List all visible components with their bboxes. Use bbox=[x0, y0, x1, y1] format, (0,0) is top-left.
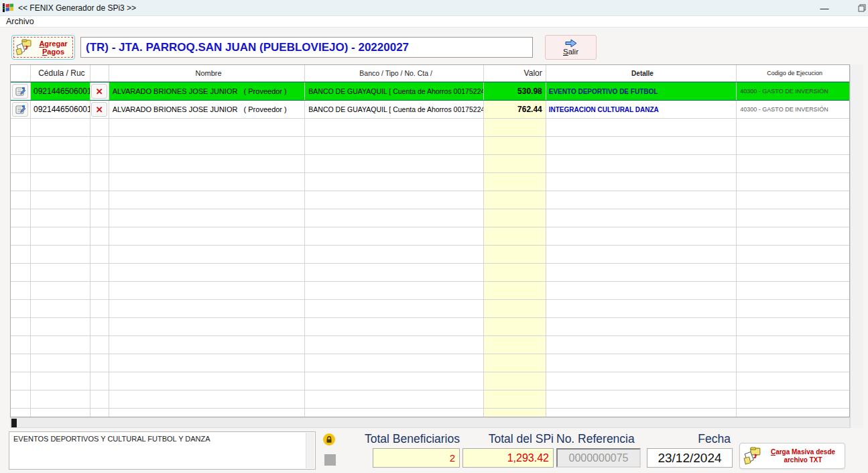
empty-table-row[interactable] bbox=[11, 300, 849, 318]
empty-table-row[interactable] bbox=[11, 264, 849, 282]
edit-row-button[interactable] bbox=[12, 102, 28, 117]
empty-table-row[interactable] bbox=[11, 173, 849, 191]
cell-nombre: ALVARADO BRIONES JOSE JUNIOR ( Proveedor… bbox=[109, 83, 306, 100]
table-row[interactable]: 0921446506001 ✕ ALVARADO BRIONES JOSE JU… bbox=[11, 101, 849, 119]
fecha-label: Fecha bbox=[645, 432, 731, 446]
cell-codigo: 40300 - GASTO DE INVERSIÓN bbox=[737, 83, 849, 100]
cell-valor: 762.44 bbox=[484, 101, 546, 118]
restore-icon bbox=[858, 4, 866, 12]
table-body: 0921446506001 ✕ ALVARADO BRIONES JOSE JU… bbox=[11, 82, 849, 417]
header-detalle: Detalle bbox=[546, 65, 737, 81]
agregar-pagos-button[interactable]: Agregar Pagos bbox=[11, 35, 75, 60]
empty-table-row[interactable] bbox=[11, 119, 849, 137]
carga-masiva-folders-icon bbox=[743, 447, 761, 466]
table-header-row: Cédula / Ruc Nombre Banco / Tipo / No. C… bbox=[11, 65, 849, 82]
menu-archivo[interactable]: Archivo bbox=[2, 17, 38, 26]
descripcion-scrollbar[interactable] bbox=[306, 433, 314, 468]
empty-table-row[interactable] bbox=[11, 155, 849, 173]
empty-table-row[interactable] bbox=[11, 209, 849, 227]
payments-table: Cédula / Ruc Nombre Banco / Tipo / No. C… bbox=[10, 64, 850, 417]
cell-detalle: INTEGRACION CULTURAL DANZA bbox=[546, 101, 737, 118]
empty-table-row[interactable] bbox=[11, 390, 849, 409]
entity-title-field[interactable]: (TR) - JTA. PARROQ.SAN JUAN (PUEBLOVIEJO… bbox=[80, 37, 533, 58]
empty-table-row[interactable] bbox=[11, 354, 849, 372]
restore-button[interactable] bbox=[852, 0, 868, 16]
minimize-button[interactable]: — bbox=[811, 0, 838, 16]
cell-valor: 530.98 bbox=[484, 83, 546, 100]
delete-row-button[interactable]: ✕ bbox=[91, 102, 107, 117]
empty-table-row[interactable] bbox=[11, 227, 849, 246]
fenix-window: << FENIX Generador de SPi3 >> — Archivo … bbox=[0, 0, 868, 473]
lock-icon bbox=[326, 436, 332, 443]
edit-row-button[interactable] bbox=[12, 84, 28, 99]
title-bar: << FENIX Generador de SPi3 >> — bbox=[0, 0, 868, 16]
total-beneficiarios-label: Total Beneficiarios bbox=[346, 432, 460, 446]
edit-form-icon bbox=[15, 87, 25, 97]
cell-cedula: 0921446506001 bbox=[31, 101, 90, 118]
window-title: << FENIX Generador de SPi3 >> bbox=[18, 3, 136, 13]
exit-arrow-icon bbox=[564, 39, 578, 48]
empty-table-row[interactable] bbox=[11, 318, 849, 336]
empty-table-row[interactable] bbox=[11, 409, 849, 417]
cell-nombre: ALVARADO BRIONES JOSE JUNIOR ( Proveedor… bbox=[109, 101, 306, 118]
total-beneficiarios-field: 2 bbox=[373, 448, 460, 468]
header-nombre: Nombre bbox=[109, 65, 306, 81]
header-edit-col bbox=[11, 65, 31, 81]
empty-table-row[interactable] bbox=[11, 372, 849, 390]
no-referencia-field: 0000000075 bbox=[556, 448, 641, 468]
empty-table-row[interactable] bbox=[11, 246, 849, 264]
app-window-icon bbox=[3, 3, 15, 13]
cell-cedula: 0921446506001 bbox=[31, 83, 90, 100]
empty-table-row[interactable] bbox=[11, 191, 849, 209]
cell-codigo: 40300 - GASTO DE INVERSIÓN bbox=[737, 101, 849, 118]
descripcion-text: EVENTOS DEPORTIVOS Y CULTURAL FUTBOL Y D… bbox=[13, 435, 210, 443]
total-spi-field: 1,293.42 bbox=[462, 448, 554, 468]
delete-x-icon: ✕ bbox=[96, 105, 103, 114]
add-payments-folders-icon bbox=[15, 39, 32, 56]
lock-toggle[interactable] bbox=[323, 433, 335, 445]
cell-banco: BANCO DE GUAYAQUIL [ Cuenta de Ahorros 0… bbox=[305, 83, 484, 100]
salir-button[interactable]: Salir bbox=[545, 35, 597, 60]
delete-row-button[interactable]: ✕ bbox=[91, 84, 107, 99]
total-spi-label: Total del SPi bbox=[473, 432, 554, 446]
header-delete-col bbox=[90, 65, 109, 81]
no-referencia-label: No. Referencia bbox=[556, 432, 635, 446]
empty-table-row[interactable] bbox=[11, 282, 849, 300]
header-codigo: Codigo de Ejecucion bbox=[737, 65, 849, 81]
fecha-field[interactable]: 23/12/2024 bbox=[647, 448, 733, 468]
delete-x-icon: ✕ bbox=[96, 87, 103, 96]
agregar-pagos-label: Agregar Pagos bbox=[35, 40, 72, 56]
header-cedula: Cédula / Ruc bbox=[31, 65, 90, 81]
table-row[interactable]: 0921446506001 ✕ ALVARADO BRIONES JOSE JU… bbox=[11, 82, 849, 101]
carga-masiva-button[interactable]: Carga Masiva desde archivo TXT bbox=[739, 443, 845, 469]
empty-table-row[interactable] bbox=[11, 336, 849, 354]
descripcion-textarea[interactable]: EVENTOS DEPORTIVOS Y CULTURAL FUTBOL Y D… bbox=[9, 431, 316, 470]
cell-detalle: EVENTO DEPORTIVO DE FUTBOL bbox=[546, 83, 737, 100]
edit-form-icon bbox=[15, 105, 25, 115]
cell-banco: BANCO DE GUAYAQUIL [ Cuenta de Ahorros 0… bbox=[305, 101, 484, 118]
carga-masiva-label: Carga Masiva desde archivo TXT bbox=[764, 448, 842, 464]
status-square[interactable] bbox=[324, 454, 336, 466]
vertical-scrollbar[interactable] bbox=[850, 64, 863, 428]
header-banco: Banco / Tipo / No. Cta / bbox=[305, 65, 484, 81]
empty-table-row[interactable] bbox=[11, 137, 849, 155]
menu-bar: Archivo bbox=[0, 16, 868, 28]
horizontal-scrollbar-thumb[interactable] bbox=[11, 419, 17, 427]
salir-label: Salir bbox=[563, 48, 578, 56]
horizontal-scrollbar[interactable] bbox=[10, 417, 850, 428]
header-valor: Valor bbox=[484, 65, 546, 81]
